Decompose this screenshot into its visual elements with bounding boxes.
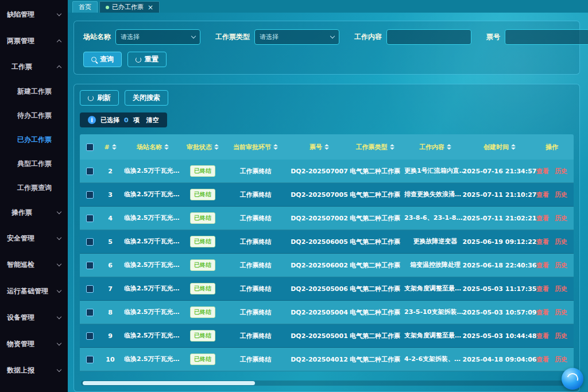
status-cell: 已终结	[184, 259, 221, 271]
horizontal-scrollbar[interactable]	[81, 381, 572, 386]
close-icon[interactable]: ×	[148, 3, 153, 11]
status-badge: 已终结	[190, 165, 215, 177]
ticket-no-group: 票号	[486, 29, 588, 45]
row-actions: 查看历史	[530, 261, 574, 270]
sidebar-item-operation-ticket[interactable]: 操作票	[0, 200, 68, 225]
column-header[interactable]: 创建时间	[469, 143, 530, 152]
tab-done-work-tickets[interactable]: 已办工作票 ×	[99, 1, 160, 13]
view-link[interactable]: 查看	[536, 308, 549, 317]
history-link[interactable]: 历史	[555, 355, 567, 364]
table-row: 10临涣2.5万千瓦光伏电...已终结工作票终结DQ2-202504012电气第…	[80, 348, 574, 371]
column-header[interactable]: 当前审批环节	[221, 143, 290, 152]
history-link[interactable]: 历史	[555, 214, 567, 223]
sidebar-item-safety-mgmt[interactable]: 安全管理	[0, 225, 68, 251]
ticket-type-select[interactable]: 请选择	[254, 29, 339, 45]
ticket-type: 电气第二种工作票	[349, 285, 401, 293]
view-link[interactable]: 查看	[536, 191, 549, 199]
ticket-no: DQ2-202506005	[290, 238, 349, 246]
column-header[interactable]: 操作	[530, 143, 574, 152]
sidebar-item-data-report[interactable]: 数据上报	[0, 357, 68, 383]
column-header[interactable]: 场站名称	[121, 143, 184, 152]
row-checkbox[interactable]	[86, 191, 94, 199]
table-row: 9临涣2.5万千瓦光伏电...已终结工作票终结DQ2-202505001电气第二…	[80, 324, 574, 348]
work-content: 更换故障逆变器	[401, 230, 469, 253]
work-content: 箱变温控故障处理	[401, 254, 469, 277]
sidebar-item-new-work-ticket[interactable]: 新建工作票	[0, 79, 68, 103]
close-search-button[interactable]: 关闭搜索	[125, 90, 168, 106]
sort-icon[interactable]	[390, 144, 394, 150]
station-name: 临涣2.5万千瓦光伏电...	[121, 207, 184, 230]
reset-button[interactable]: 重置	[127, 52, 167, 67]
sidebar-item-work-ticket-query[interactable]: 工作票查询	[0, 176, 68, 200]
scrollbar-thumb[interactable]	[83, 381, 255, 385]
tab-home[interactable]: 首页	[72, 1, 98, 13]
history-link[interactable]: 历史	[555, 285, 567, 293]
select-all-cell	[80, 143, 99, 151]
floating-logo[interactable]	[562, 368, 583, 390]
column-header[interactable]: 审批状态	[184, 143, 221, 152]
history-link[interactable]: 历史	[555, 308, 567, 317]
row-checkbox[interactable]	[86, 215, 94, 222]
chevron-down-icon	[57, 314, 61, 319]
view-link[interactable]: 查看	[536, 332, 549, 340]
column-header[interactable]: #	[99, 143, 121, 151]
sidebar-item-typical-work-ticket[interactable]: 典型工作票	[0, 152, 68, 176]
history-link[interactable]: 历史	[555, 191, 567, 199]
history-link[interactable]: 历史	[555, 261, 567, 270]
view-link[interactable]: 查看	[536, 285, 549, 293]
row-checkbox[interactable]	[86, 332, 94, 340]
sort-icon[interactable]	[511, 144, 516, 150]
row-checkbox[interactable]	[86, 262, 94, 269]
column-header[interactable]: 票号	[290, 143, 349, 152]
approval-step: 工作票终结	[221, 167, 290, 176]
sort-icon[interactable]	[324, 144, 329, 150]
row-checkbox[interactable]	[86, 356, 94, 363]
sidebar-item-defect-mgmt[interactable]: 缺陷管理	[0, 1, 68, 28]
sidebar-item-equipment-mgmt[interactable]: 设备管理	[0, 304, 68, 331]
view-link[interactable]: 查看	[536, 167, 549, 176]
row-checkbox[interactable]	[86, 168, 94, 175]
menu-label: 运行基础管理	[7, 286, 48, 296]
sidebar-item-operation-basic-mgmt[interactable]: 运行基础管理	[0, 278, 68, 304]
sidebar-item-material-mgmt[interactable]: 物资管理	[0, 331, 68, 357]
sidebar-item-work-ticket[interactable]: 工作票	[0, 54, 68, 79]
view-link[interactable]: 查看	[536, 214, 549, 223]
station-name-select[interactable]: 请选择	[115, 29, 200, 45]
caret-up-icon	[112, 144, 117, 146]
sidebar-item-pending-work-ticket[interactable]: 待办工作票	[0, 103, 68, 127]
work-content-input[interactable]	[386, 29, 471, 45]
approval-step: 工作票终结	[221, 214, 290, 223]
view-link[interactable]: 查看	[536, 238, 549, 246]
refresh-button[interactable]: 刷新	[80, 90, 119, 106]
sidebar-item-smart-inspection[interactable]: 智能巡检	[0, 251, 68, 278]
row-checkbox[interactable]	[86, 238, 94, 246]
column-header[interactable]: 工作内容	[401, 143, 469, 152]
chevron-down-icon	[57, 340, 61, 345]
sort-icon[interactable]	[273, 144, 278, 150]
sort-icon[interactable]	[447, 144, 451, 150]
view-link[interactable]: 查看	[536, 355, 549, 364]
select-all-checkbox[interactable]	[86, 143, 94, 151]
sort-icon[interactable]	[214, 144, 219, 150]
approval-step: 工作票终结	[221, 285, 290, 293]
sidebar-item-done-work-ticket[interactable]: 已办工作票	[0, 127, 68, 152]
clear-selection-link[interactable]: 清空	[146, 116, 159, 125]
table-panel: 刷新 关闭搜索 i 已选择 0 项 清空 #场站名称审批状态当前审批环节票号工作…	[74, 84, 580, 392]
ticket-no: DQ2-202505006	[290, 285, 349, 293]
row-select-cell	[80, 168, 99, 175]
row-checkbox[interactable]	[86, 285, 94, 293]
created-time: 2025-07-11 21:02:21	[469, 215, 530, 222]
sort-icon[interactable]	[112, 144, 117, 150]
history-link[interactable]: 历史	[555, 332, 567, 340]
ticket-type: 电气第二种工作票	[349, 355, 401, 364]
history-link[interactable]: 历史	[555, 238, 567, 246]
query-button[interactable]: 查询	[83, 52, 122, 67]
sidebar-item-two-ticket-mgmt[interactable]: 两票管理	[0, 28, 68, 54]
column-header[interactable]: 工作票类型	[349, 143, 401, 152]
reset-button-label: 重置	[145, 55, 158, 64]
ticket-no-input[interactable]	[505, 29, 588, 45]
sort-icon[interactable]	[164, 144, 169, 150]
history-link[interactable]: 历史	[555, 167, 567, 176]
row-checkbox[interactable]	[86, 309, 94, 316]
view-link[interactable]: 查看	[536, 261, 549, 270]
